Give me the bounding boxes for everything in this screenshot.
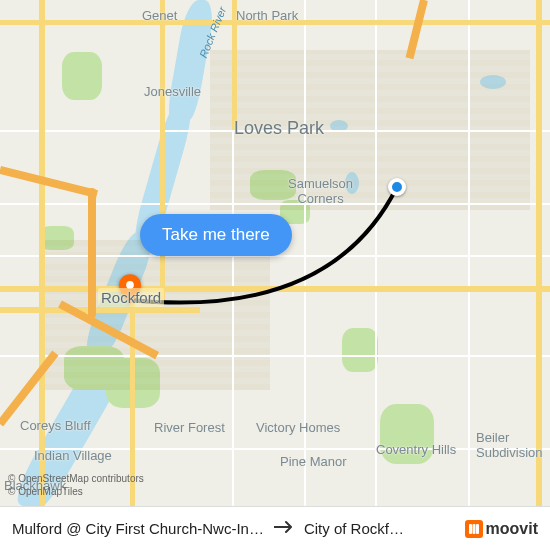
place-river-forest: River Forest (154, 420, 225, 435)
destination-marker[interactable] (119, 274, 141, 304)
route-to-label: City of Rockf… (304, 520, 404, 537)
place-beiler: Beiler Subdivision (476, 430, 543, 460)
moovit-logo[interactable]: moovit (465, 520, 538, 538)
route-from-label: Mulford @ City First Church-Nwc-In… (12, 520, 264, 537)
moovit-logo-icon (465, 520, 483, 538)
take-me-there-button[interactable]: Take me there (140, 214, 292, 256)
map-attribution: © OpenStreetMap contributors © OpenMapTi… (8, 472, 144, 498)
route-footer: Mulford @ City First Church-Nwc-In… City… (0, 506, 550, 550)
arrow-icon (274, 520, 294, 538)
origin-marker[interactable] (388, 178, 406, 196)
map-viewport[interactable]: Genet North Park Rock River Jonesville L… (0, 0, 550, 550)
attribution-openmaptiles[interactable]: © OpenMapTiles (8, 485, 144, 498)
svg-point-0 (126, 281, 134, 289)
attribution-osm[interactable]: © OpenStreetMap contributors (8, 472, 144, 485)
moovit-logo-text: moovit (486, 520, 538, 538)
place-pine-manor: Pine Manor (280, 454, 346, 469)
place-victory-homes: Victory Homes (256, 420, 340, 435)
